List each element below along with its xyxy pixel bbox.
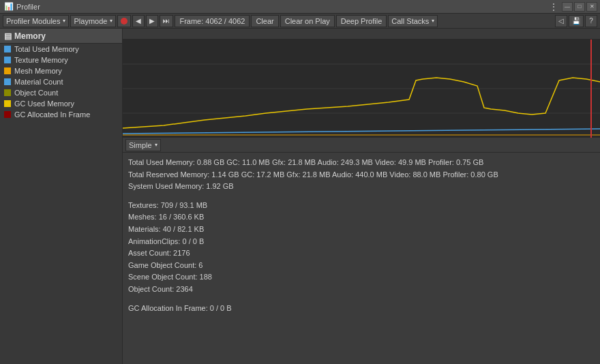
total-reserved-memory-stat: Total Reserved Memory: 1.14 GB GC: 17.2 …	[128, 169, 595, 181]
call-stacks-dropdown[interactable]: Call Stacks ▾	[388, 15, 438, 27]
frame-marker	[590, 40, 592, 138]
texture-memory-color	[4, 57, 11, 63]
system-used-memory-stat: System Used Memory: 1.92 GB	[128, 181, 595, 193]
total-used-memory-color	[4, 46, 11, 52]
profiler-modules-dropdown[interactable]: Profiler Modules ▾	[3, 15, 69, 27]
frame-counter: Frame: 4062 / 4062	[175, 15, 250, 27]
title-bar: 📊 Profiler ⋮ — □ ✕	[0, 0, 600, 14]
object-count-color	[4, 89, 11, 96]
sidebar-item-material-count[interactable]: Material Count	[0, 76, 122, 87]
sidebar-item-total-used-memory[interactable]: Total Used Memory	[0, 44, 122, 55]
profiler-icon: 📊	[4, 2, 14, 12]
record-button[interactable]	[117, 15, 131, 27]
deep-profile-button[interactable]: Deep Profile	[336, 15, 387, 27]
next-frame-button[interactable]: ▶	[146, 15, 158, 27]
window-title: Profiler	[16, 3, 40, 11]
call-stacks-arrow-icon: ▾	[432, 18, 434, 24]
gc-allocated-color	[4, 111, 11, 118]
bottom-panel: Simple ▾ Total Used Memory: 0.88 GB GC: …	[123, 138, 600, 364]
textures-stat: Textures: 709 / 93.1 MB	[128, 200, 595, 212]
record-icon	[121, 18, 127, 25]
sidebar-item-texture-memory[interactable]: Texture Memory	[0, 55, 122, 65]
dropdown-arrow-icon: ▾	[63, 18, 65, 24]
right-panel: Simple ▾ Total Used Memory: 0.88 GB GC: …	[123, 29, 600, 364]
back-button[interactable]: ◁	[555, 15, 567, 27]
sidebar-item-gc-used-memory[interactable]: GC Used Memory	[0, 98, 122, 109]
skip-end-icon: ⏭	[163, 17, 170, 25]
skip-end-button[interactable]: ⏭	[160, 15, 173, 27]
graph-area	[123, 29, 600, 138]
materials-stat: Materials: 40 / 82.1 KB	[128, 224, 595, 236]
memory-header-icon: ▤	[4, 31, 12, 41]
stats-spacer-1	[128, 193, 595, 200]
help-button[interactable]: ?	[585, 15, 597, 27]
clear-button[interactable]: Clear	[251, 15, 278, 27]
playmode-arrow-icon: ▾	[110, 18, 112, 24]
meshes-stat: Meshes: 16 / 360.6 KB	[128, 211, 595, 224]
clear-on-play-button[interactable]: Clear on Play	[280, 15, 335, 27]
view-selector: Simple ▾	[123, 138, 600, 153]
stats-spacer-2	[128, 296, 595, 303]
mesh-memory-color	[4, 67, 11, 74]
prev-frame-button[interactable]: ◀	[132, 15, 145, 27]
sidebar-item-object-count[interactable]: Object Count	[0, 87, 122, 98]
timeline-bar	[123, 29, 600, 40]
main-content: ▤ Memory Total Used Memory Texture Memor…	[0, 29, 600, 364]
minimize-button[interactable]: —	[562, 2, 573, 12]
stats-area: Total Used Memory: 0.88 GB GC: 11.0 MB G…	[123, 153, 600, 364]
sidebar-item-gc-allocated[interactable]: GC Allocated In Frame	[0, 109, 122, 120]
next-frame-icon: ▶	[149, 17, 155, 25]
save-button[interactable]: 💾	[569, 15, 584, 27]
maximize-button[interactable]: □	[574, 2, 585, 12]
material-count-color	[4, 78, 11, 85]
playmode-dropdown[interactable]: Playmode ▾	[70, 15, 116, 27]
simple-view-dropdown[interactable]: Simple ▾	[125, 139, 161, 151]
prev-frame-icon: ◀	[136, 17, 141, 25]
animation-clips-stat: AnimationClips: 0 / 0 B	[128, 236, 595, 248]
sidebar-item-mesh-memory[interactable]: Mesh Memory	[0, 65, 122, 76]
total-used-memory-stat: Total Used Memory: 0.88 GB GC: 11.0 MB G…	[128, 157, 595, 169]
view-arrow-icon: ▾	[155, 142, 158, 148]
window-controls: ⋮ — □ ✕	[550, 2, 597, 12]
object-count-stat: Object Count: 2364	[128, 284, 595, 296]
memory-header: ▤ Memory	[0, 29, 122, 44]
gc-allocation-stat: GC Allocation In Frame: 0 / 0 B	[128, 303, 595, 315]
toolbar: Profiler Modules ▾ Playmode ▾ ◀ ▶ ⏭ Fram…	[0, 14, 600, 29]
scene-object-count-stat: Scene Object Count: 188	[128, 271, 595, 284]
menu-icon: ⋮	[550, 2, 558, 12]
memory-graph	[123, 40, 600, 138]
sidebar: ▤ Memory Total Used Memory Texture Memor…	[0, 29, 123, 364]
asset-count-stat: Asset Count: 2176	[128, 247, 595, 260]
close-button[interactable]: ✕	[586, 2, 597, 12]
gc-used-memory-color	[4, 100, 11, 107]
game-object-count-stat: Game Object Count: 6	[128, 260, 595, 272]
